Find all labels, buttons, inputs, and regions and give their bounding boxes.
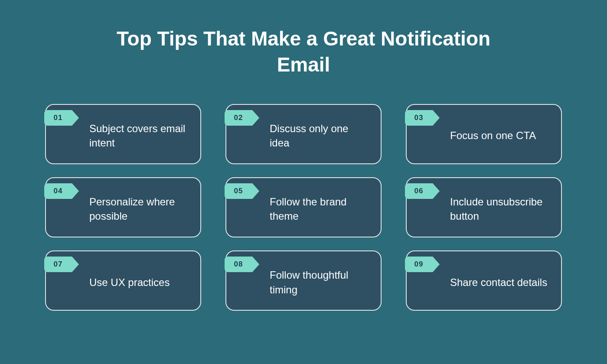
badge-arrow-icon	[72, 257, 79, 272]
tip-text: Discuss only one idea	[270, 121, 368, 150]
tip-card: 07 Use UX practices	[45, 250, 201, 311]
badge-number: 02	[225, 110, 252, 126]
badge-arrow-icon	[72, 110, 79, 126]
tip-text: Share contact details	[450, 275, 547, 290]
tip-text: Subject covers email intent	[89, 121, 187, 150]
tip-card: 05 Follow the brand theme	[225, 177, 382, 237]
badge-number: 06	[405, 183, 433, 199]
badge-arrow-icon	[433, 110, 440, 126]
tips-grid: 01 Subject covers email intent 02 Discus…	[45, 104, 562, 311]
tip-card: 03 Focus on one CTA	[406, 104, 562, 164]
number-badge: 04	[44, 183, 79, 199]
tip-card: 01 Subject covers email intent	[45, 104, 201, 164]
page-title: Top Tips That Make a Great Notification …	[108, 26, 499, 78]
badge-arrow-icon	[252, 183, 259, 199]
tip-card: 02 Discuss only one idea	[225, 104, 382, 164]
tip-text: Follow the brand theme	[270, 195, 368, 224]
tip-text: Focus on one CTA	[450, 128, 536, 143]
number-badge: 05	[225, 183, 259, 199]
number-badge: 03	[405, 110, 440, 126]
badge-number: 05	[225, 183, 252, 199]
badge-number: 01	[44, 110, 72, 126]
badge-number: 08	[225, 257, 252, 272]
badge-arrow-icon	[72, 183, 79, 199]
number-badge: 09	[405, 257, 440, 272]
tip-text: Use UX practices	[89, 275, 170, 290]
badge-number: 09	[405, 257, 433, 272]
number-badge: 06	[405, 183, 440, 199]
tip-card: 09 Share contact details	[406, 250, 562, 311]
tip-card: 04 Personalize where possible	[45, 177, 201, 237]
number-badge: 02	[225, 110, 259, 126]
number-badge: 08	[225, 257, 259, 272]
badge-arrow-icon	[433, 183, 440, 199]
badge-number: 03	[405, 110, 433, 126]
tip-card: 06 Include unsubscribe button	[406, 177, 562, 237]
badge-arrow-icon	[252, 110, 259, 126]
badge-arrow-icon	[433, 257, 440, 272]
number-badge: 07	[44, 257, 79, 272]
tip-card: 08 Follow thoughtful timing	[225, 250, 382, 311]
tip-text: Follow thoughtful timing	[270, 268, 368, 297]
badge-number: 07	[44, 257, 72, 272]
badge-arrow-icon	[252, 257, 259, 272]
number-badge: 01	[44, 110, 79, 126]
tip-text: Personalize where possible	[89, 195, 187, 224]
tip-text: Include unsubscribe button	[450, 195, 548, 224]
badge-number: 04	[44, 183, 72, 199]
